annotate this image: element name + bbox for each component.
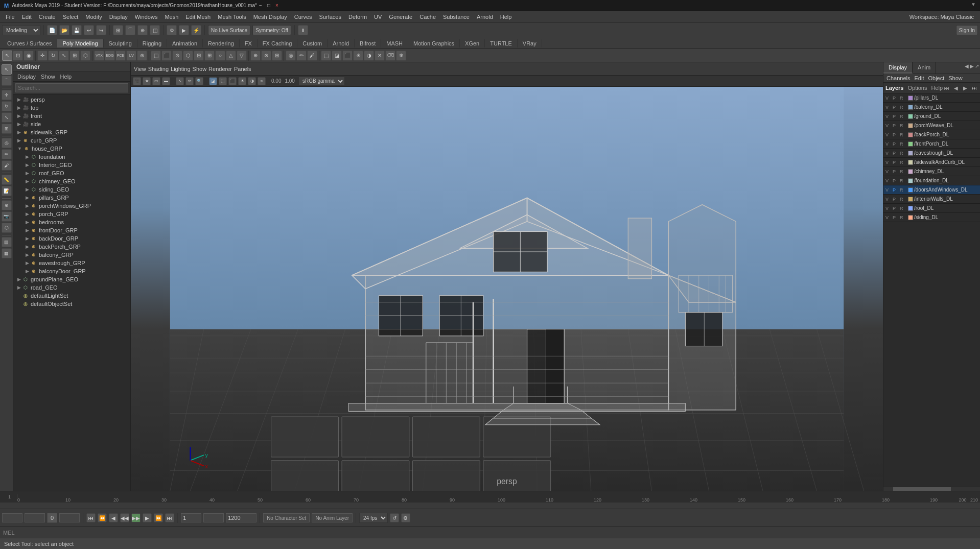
- face-mode-icon[interactable]: FCE: [115, 51, 126, 61]
- tab-fx-caching[interactable]: FX Caching: [258, 39, 297, 47]
- layer-v-balcony[interactable]: V: [885, 105, 893, 110]
- tab-custom[interactable]: Custom: [297, 39, 328, 47]
- menu-edit-mesh[interactable]: Edit Mesh: [182, 13, 214, 21]
- layer-p-roof-l[interactable]: P: [893, 206, 900, 211]
- vertex-mode-icon[interactable]: VTX: [94, 51, 104, 61]
- open-scene-icon[interactable]: 📂: [59, 25, 69, 35]
- layer-row-backporch[interactable]: V P R /backPorch_DL: [883, 130, 980, 139]
- vp-wire-icon[interactable]: ⬚: [219, 77, 227, 85]
- tab-mash[interactable]: MASH: [381, 39, 408, 47]
- smooth-icon[interactable]: ◎: [286, 51, 296, 61]
- layer-row-foundation[interactable]: V P R /foundation_DL: [883, 176, 980, 185]
- vp-menu-view[interactable]: View: [134, 66, 146, 72]
- vp-gate-mask-icon[interactable]: ▬: [162, 77, 170, 85]
- vp-zoom-icon[interactable]: 🔍: [195, 77, 203, 85]
- layer-r-porchweave[interactable]: R: [900, 123, 907, 128]
- lasso-select-icon[interactable]: ⊡: [13, 51, 23, 61]
- tab-arnold[interactable]: Arnold: [328, 39, 355, 47]
- layer-r-chimney[interactable]: R: [900, 169, 907, 174]
- merge-icon[interactable]: ⊙: [172, 51, 182, 61]
- multi-comp-icon[interactable]: ⊛: [137, 51, 147, 61]
- channels-btn[interactable]: Channels: [886, 75, 910, 81]
- minimize-btn[interactable]: −: [257, 2, 264, 9]
- symmetry-btn[interactable]: Symmetry: Off: [252, 25, 291, 35]
- tree-item-house-grp[interactable]: ▼ ⊕ house_GRP: [13, 145, 130, 153]
- render-icon[interactable]: ▶: [179, 25, 189, 35]
- vp-paint-icon[interactable]: ✏: [185, 77, 194, 85]
- paint-select-icon[interactable]: ◉: [24, 51, 34, 61]
- layer-p-interior[interactable]: P: [893, 197, 900, 202]
- delete-history-icon[interactable]: ⌫: [385, 51, 395, 61]
- separate-icon[interactable]: ⊗: [261, 51, 271, 61]
- tab-poly-modeling[interactable]: Poly Modeling: [57, 39, 103, 47]
- no-anim-layer-label[interactable]: No Anim Layer: [312, 513, 353, 522]
- menu-generate[interactable]: Generate: [385, 13, 416, 21]
- layer-r-balcony[interactable]: R: [900, 105, 907, 110]
- step-back-btn[interactable]: ◀: [109, 513, 118, 522]
- annotation-tool[interactable]: 📝: [2, 186, 12, 196]
- menu-mesh[interactable]: Mesh: [161, 13, 182, 21]
- sculpt-tool[interactable]: ✏: [2, 149, 12, 159]
- tree-item-defaultlightset[interactable]: ▶ ◎ defaultLightSet: [13, 292, 130, 300]
- menu-deform[interactable]: Deform: [345, 13, 370, 21]
- layer-r-eavestrough[interactable]: R: [900, 151, 907, 156]
- layer-p-balcony[interactable]: P: [893, 105, 900, 110]
- rotate-tool[interactable]: ↻: [2, 101, 12, 111]
- tree-item-chimney[interactable]: ▶ ⬡ chimney_GEO: [13, 177, 130, 185]
- anim-end-input[interactable]: 215: [203, 513, 224, 522]
- menu-display[interactable]: Display: [106, 13, 131, 21]
- layer-p-pillars[interactable]: P: [893, 96, 900, 101]
- tab-display[interactable]: Display: [883, 62, 913, 74]
- vp-light-icon[interactable]: ☀: [238, 77, 246, 85]
- append-poly-icon[interactable]: ⊞: [204, 51, 215, 61]
- vp-bookmark-icon[interactable]: ★: [143, 77, 151, 85]
- outliner-tab-help[interactable]: Help: [58, 73, 74, 80]
- layer-r-siding-l[interactable]: R: [900, 215, 907, 220]
- tree-item-defaultobjectset[interactable]: ▶ ◎ defaultObjectSet: [13, 300, 130, 308]
- nav-first-icon[interactable]: ⏮: [943, 84, 951, 92]
- layer-v-eavestrough[interactable]: V: [885, 151, 893, 156]
- layer-row-sidewalk[interactable]: V P R /sidewalkAndCurb_DL: [883, 158, 980, 167]
- layer-r-frontporch[interactable]: R: [900, 141, 907, 147]
- layer-r-pillars[interactable]: R: [900, 96, 907, 101]
- move-tool[interactable]: ✛: [2, 90, 12, 100]
- tab-vray[interactable]: VRay: [518, 39, 542, 47]
- layer-p-foundation[interactable]: P: [893, 178, 900, 183]
- save-scene-icon[interactable]: 💾: [72, 25, 82, 35]
- edit-btn[interactable]: Edit: [914, 75, 924, 81]
- vp-motion-blur-icon[interactable]: ≈: [258, 77, 266, 85]
- vp-menu-show[interactable]: Show: [193, 66, 207, 72]
- vp-menu-shading[interactable]: Shading: [148, 66, 169, 72]
- layer-row-porchweave[interactable]: V P R /porchWeave_DL: [883, 121, 980, 130]
- tab-motion-graphics[interactable]: Motion Graphics: [408, 39, 460, 47]
- outliner-tab-show[interactable]: Show: [39, 73, 57, 80]
- layer-p-sidewalk[interactable]: P: [893, 160, 900, 165]
- ipr-render-icon[interactable]: ⚡: [191, 25, 201, 35]
- wedge-icon[interactable]: ▽: [237, 51, 247, 61]
- outliner-tab-display[interactable]: Display: [15, 73, 38, 80]
- layer-v-pillars[interactable]: V: [885, 96, 893, 101]
- vp-gamma-dropdown[interactable]: sRGB gamma: [298, 77, 345, 86]
- menu-curves[interactable]: Curves: [291, 13, 316, 21]
- measure-tool[interactable]: 📏: [2, 175, 12, 185]
- timeline-track-container[interactable]: 0 10 20 30 40 50 60 70 80 90 100 110 120…: [17, 491, 978, 503]
- tab-xgen[interactable]: XGen: [460, 39, 485, 47]
- dock-icon[interactable]: ◀: [965, 63, 969, 73]
- help-tab[interactable]: Help: [931, 85, 943, 91]
- tree-item-roof[interactable]: ▶ ⬡ roof_GEO: [13, 169, 130, 177]
- redo-icon[interactable]: ↪: [96, 25, 106, 35]
- tab-sculpting[interactable]: Sculpting: [104, 39, 137, 47]
- paint-weights-icon[interactable]: 🖌: [307, 51, 317, 61]
- menu-modify[interactable]: Modify: [82, 13, 105, 21]
- layer-v-interior[interactable]: V: [885, 197, 893, 202]
- paint-tool[interactable]: 🖌: [2, 160, 12, 171]
- tab-rendering[interactable]: Rendering: [203, 39, 240, 47]
- tab-curves-surfaces[interactable]: Curves / Surfaces: [2, 39, 57, 47]
- layer-v-chimney[interactable]: V: [885, 169, 893, 174]
- tab-turtle[interactable]: TURTLE: [485, 39, 518, 47]
- range-start-input[interactable]: [181, 513, 201, 522]
- tree-item-curb-grp[interactable]: ▶ ⊕ curb_GRP: [13, 136, 130, 145]
- start-frame-input[interactable]: 0: [2, 513, 22, 522]
- vp-camera-select-icon[interactable]: 🎥: [133, 77, 141, 85]
- current-frame-input[interactable]: 0: [25, 513, 45, 522]
